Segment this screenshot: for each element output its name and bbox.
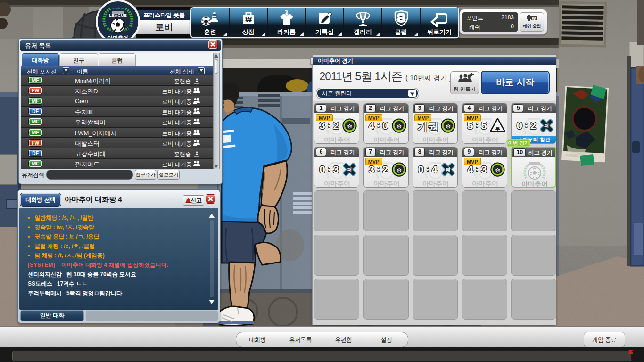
svg-text:승: 승	[396, 123, 401, 129]
svg-text:승: 승	[446, 123, 451, 129]
svg-text:아마추어: 아마추어	[472, 180, 498, 187]
svg-text:패: 패	[446, 167, 451, 172]
svg-text:아마추어: 아마추어	[422, 180, 449, 187]
svg-text:패: 패	[545, 123, 549, 128]
svg-text:아마추어: 아마추어	[373, 136, 400, 143]
svg-text:W: W	[532, 16, 536, 21]
svg-text:아마추어: 아마추어	[373, 180, 400, 187]
svg-text:아마추어: 아마추어	[324, 136, 350, 143]
svg-text:amateur: amateur	[112, 7, 124, 10]
svg-text:아마추어: 아마추어	[422, 136, 449, 143]
svg-text:패: 패	[347, 167, 352, 172]
svg-text:₩: ₩	[245, 16, 252, 24]
svg-text:아마추어: 아마추어	[324, 180, 350, 187]
svg-text:아마추어: 아마추어	[521, 180, 548, 188]
svg-text:아마추어: 아마추어	[472, 136, 498, 143]
svg-text:승: 승	[396, 167, 401, 173]
svg-text:승: 승	[347, 123, 352, 129]
svg-text:LEAGUE: LEAGUE	[109, 13, 127, 18]
svg-text:무: 무	[495, 126, 500, 132]
svg-text:승: 승	[495, 167, 500, 173]
